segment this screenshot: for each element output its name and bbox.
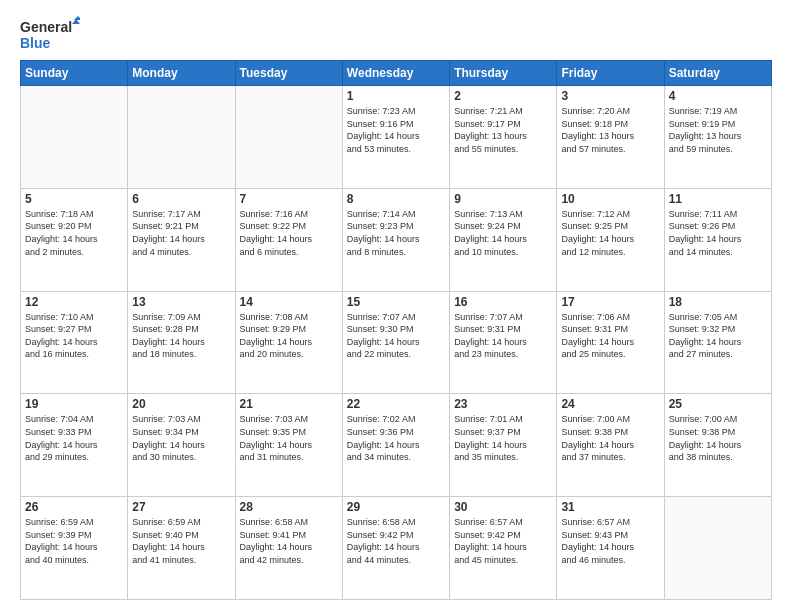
day-cell-7: 7Sunrise: 7:16 AMSunset: 9:22 PMDaylight…: [235, 188, 342, 291]
header-friday: Friday: [557, 61, 664, 86]
header-wednesday: Wednesday: [342, 61, 449, 86]
header-tuesday: Tuesday: [235, 61, 342, 86]
day-info: Sunrise: 7:12 AMSunset: 9:25 PMDaylight:…: [561, 208, 659, 258]
week-row-2: 5Sunrise: 7:18 AMSunset: 9:20 PMDaylight…: [21, 188, 772, 291]
day-number: 7: [240, 192, 338, 206]
week-row-1: 1Sunrise: 7:23 AMSunset: 9:16 PMDaylight…: [21, 86, 772, 189]
day-cell-23: 23Sunrise: 7:01 AMSunset: 9:37 PMDayligh…: [450, 394, 557, 497]
day-cell-19: 19Sunrise: 7:04 AMSunset: 9:33 PMDayligh…: [21, 394, 128, 497]
svg-text:General: General: [20, 19, 72, 35]
calendar: SundayMondayTuesdayWednesdayThursdayFrid…: [20, 60, 772, 600]
day-cell-10: 10Sunrise: 7:12 AMSunset: 9:25 PMDayligh…: [557, 188, 664, 291]
day-info: Sunrise: 6:57 AMSunset: 9:42 PMDaylight:…: [454, 516, 552, 566]
day-number: 3: [561, 89, 659, 103]
day-info: Sunrise: 7:21 AMSunset: 9:17 PMDaylight:…: [454, 105, 552, 155]
day-number: 20: [132, 397, 230, 411]
header: General Blue: [20, 16, 772, 52]
day-number: 12: [25, 295, 123, 309]
day-cell-28: 28Sunrise: 6:58 AMSunset: 9:41 PMDayligh…: [235, 497, 342, 600]
day-number: 11: [669, 192, 767, 206]
day-number: 4: [669, 89, 767, 103]
day-cell-empty: [235, 86, 342, 189]
day-info: Sunrise: 7:07 AMSunset: 9:30 PMDaylight:…: [347, 311, 445, 361]
page: General Blue SundayMondayTuesdayWednesda…: [0, 0, 792, 612]
day-cell-26: 26Sunrise: 6:59 AMSunset: 9:39 PMDayligh…: [21, 497, 128, 600]
day-info: Sunrise: 6:58 AMSunset: 9:42 PMDaylight:…: [347, 516, 445, 566]
day-info: Sunrise: 7:05 AMSunset: 9:32 PMDaylight:…: [669, 311, 767, 361]
day-cell-30: 30Sunrise: 6:57 AMSunset: 9:42 PMDayligh…: [450, 497, 557, 600]
day-number: 21: [240, 397, 338, 411]
calendar-header-row: SundayMondayTuesdayWednesdayThursdayFrid…: [21, 61, 772, 86]
header-monday: Monday: [128, 61, 235, 86]
day-cell-9: 9Sunrise: 7:13 AMSunset: 9:24 PMDaylight…: [450, 188, 557, 291]
day-info: Sunrise: 7:16 AMSunset: 9:22 PMDaylight:…: [240, 208, 338, 258]
day-cell-empty: [21, 86, 128, 189]
header-saturday: Saturday: [664, 61, 771, 86]
day-cell-8: 8Sunrise: 7:14 AMSunset: 9:23 PMDaylight…: [342, 188, 449, 291]
day-number: 23: [454, 397, 552, 411]
day-info: Sunrise: 6:59 AMSunset: 9:39 PMDaylight:…: [25, 516, 123, 566]
day-info: Sunrise: 6:57 AMSunset: 9:43 PMDaylight:…: [561, 516, 659, 566]
day-number: 31: [561, 500, 659, 514]
day-info: Sunrise: 7:03 AMSunset: 9:35 PMDaylight:…: [240, 413, 338, 463]
day-cell-6: 6Sunrise: 7:17 AMSunset: 9:21 PMDaylight…: [128, 188, 235, 291]
day-cell-empty: [128, 86, 235, 189]
day-cell-20: 20Sunrise: 7:03 AMSunset: 9:34 PMDayligh…: [128, 394, 235, 497]
day-info: Sunrise: 7:11 AMSunset: 9:26 PMDaylight:…: [669, 208, 767, 258]
day-cell-17: 17Sunrise: 7:06 AMSunset: 9:31 PMDayligh…: [557, 291, 664, 394]
day-number: 13: [132, 295, 230, 309]
day-cell-1: 1Sunrise: 7:23 AMSunset: 9:16 PMDaylight…: [342, 86, 449, 189]
day-number: 6: [132, 192, 230, 206]
logo-svg: General Blue: [20, 16, 80, 52]
day-cell-29: 29Sunrise: 6:58 AMSunset: 9:42 PMDayligh…: [342, 497, 449, 600]
day-info: Sunrise: 7:10 AMSunset: 9:27 PMDaylight:…: [25, 311, 123, 361]
day-number: 17: [561, 295, 659, 309]
day-number: 1: [347, 89, 445, 103]
day-cell-12: 12Sunrise: 7:10 AMSunset: 9:27 PMDayligh…: [21, 291, 128, 394]
day-cell-16: 16Sunrise: 7:07 AMSunset: 9:31 PMDayligh…: [450, 291, 557, 394]
day-number: 25: [669, 397, 767, 411]
day-number: 28: [240, 500, 338, 514]
day-info: Sunrise: 7:17 AMSunset: 9:21 PMDaylight:…: [132, 208, 230, 258]
day-info: Sunrise: 7:00 AMSunset: 9:38 PMDaylight:…: [561, 413, 659, 463]
day-number: 9: [454, 192, 552, 206]
day-cell-3: 3Sunrise: 7:20 AMSunset: 9:18 PMDaylight…: [557, 86, 664, 189]
day-cell-25: 25Sunrise: 7:00 AMSunset: 9:38 PMDayligh…: [664, 394, 771, 497]
day-cell-2: 2Sunrise: 7:21 AMSunset: 9:17 PMDaylight…: [450, 86, 557, 189]
day-info: Sunrise: 6:58 AMSunset: 9:41 PMDaylight:…: [240, 516, 338, 566]
day-info: Sunrise: 7:09 AMSunset: 9:28 PMDaylight:…: [132, 311, 230, 361]
day-info: Sunrise: 7:00 AMSunset: 9:38 PMDaylight:…: [669, 413, 767, 463]
day-cell-13: 13Sunrise: 7:09 AMSunset: 9:28 PMDayligh…: [128, 291, 235, 394]
day-cell-31: 31Sunrise: 6:57 AMSunset: 9:43 PMDayligh…: [557, 497, 664, 600]
day-cell-24: 24Sunrise: 7:00 AMSunset: 9:38 PMDayligh…: [557, 394, 664, 497]
logo: General Blue: [20, 16, 80, 52]
day-info: Sunrise: 7:18 AMSunset: 9:20 PMDaylight:…: [25, 208, 123, 258]
day-info: Sunrise: 7:08 AMSunset: 9:29 PMDaylight:…: [240, 311, 338, 361]
day-cell-21: 21Sunrise: 7:03 AMSunset: 9:35 PMDayligh…: [235, 394, 342, 497]
day-cell-empty: [664, 497, 771, 600]
day-number: 5: [25, 192, 123, 206]
day-number: 15: [347, 295, 445, 309]
day-number: 14: [240, 295, 338, 309]
week-row-3: 12Sunrise: 7:10 AMSunset: 9:27 PMDayligh…: [21, 291, 772, 394]
day-cell-18: 18Sunrise: 7:05 AMSunset: 9:32 PMDayligh…: [664, 291, 771, 394]
header-thursday: Thursday: [450, 61, 557, 86]
day-cell-27: 27Sunrise: 6:59 AMSunset: 9:40 PMDayligh…: [128, 497, 235, 600]
day-number: 29: [347, 500, 445, 514]
svg-text:Blue: Blue: [20, 35, 51, 51]
day-cell-11: 11Sunrise: 7:11 AMSunset: 9:26 PMDayligh…: [664, 188, 771, 291]
day-number: 2: [454, 89, 552, 103]
day-cell-14: 14Sunrise: 7:08 AMSunset: 9:29 PMDayligh…: [235, 291, 342, 394]
day-info: Sunrise: 6:59 AMSunset: 9:40 PMDaylight:…: [132, 516, 230, 566]
day-info: Sunrise: 7:01 AMSunset: 9:37 PMDaylight:…: [454, 413, 552, 463]
day-number: 26: [25, 500, 123, 514]
day-info: Sunrise: 7:14 AMSunset: 9:23 PMDaylight:…: [347, 208, 445, 258]
day-info: Sunrise: 7:02 AMSunset: 9:36 PMDaylight:…: [347, 413, 445, 463]
day-cell-22: 22Sunrise: 7:02 AMSunset: 9:36 PMDayligh…: [342, 394, 449, 497]
day-info: Sunrise: 7:19 AMSunset: 9:19 PMDaylight:…: [669, 105, 767, 155]
day-number: 8: [347, 192, 445, 206]
day-number: 22: [347, 397, 445, 411]
day-number: 19: [25, 397, 123, 411]
day-info: Sunrise: 7:04 AMSunset: 9:33 PMDaylight:…: [25, 413, 123, 463]
day-info: Sunrise: 7:20 AMSunset: 9:18 PMDaylight:…: [561, 105, 659, 155]
